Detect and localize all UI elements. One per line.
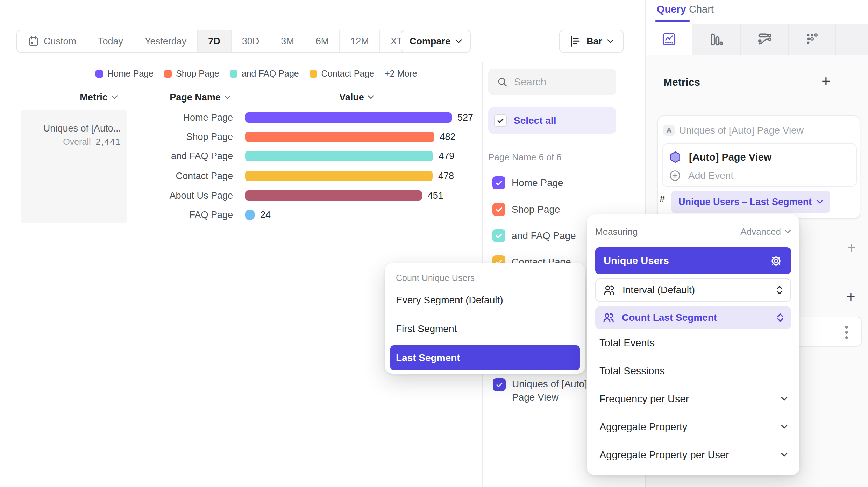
chart-type-tab-bar[interactable] (692, 24, 740, 55)
kebab-menu-icon[interactable]: ••• (845, 324, 848, 340)
date-preset-12m[interactable]: 12M (340, 30, 380, 52)
chevron-down-icon (455, 39, 462, 43)
chevron-down-icon (224, 95, 231, 99)
chart-type-tab-line[interactable] (646, 24, 692, 55)
date-preset-label: 7D (208, 36, 220, 47)
measuring-title: Measuring (595, 226, 638, 237)
divider (488, 140, 616, 140)
bar-value-label: 478 (438, 171, 454, 181)
add-event-label: Add Event (688, 170, 733, 181)
filter-item-and-faq-page[interactable]: and FAQ Page (492, 229, 576, 242)
metrics-section-title: Metrics (663, 76, 700, 88)
legend-more[interactable]: +2 More (385, 69, 417, 79)
add-filter-button[interactable]: + (847, 241, 856, 255)
chart-type-tab-retention[interactable] (788, 24, 835, 55)
legend-item[interactable]: Shop Page (164, 69, 219, 79)
date-preset-custom[interactable]: Custom (17, 30, 87, 52)
bar[interactable] (245, 171, 433, 181)
column-header-value[interactable]: Value (318, 91, 395, 104)
add-breakdown-button[interactable]: + (846, 290, 855, 304)
filter-item-uniques-metric[interactable]: Uniques of [Auto] Page View (493, 378, 603, 404)
column-header-metric[interactable]: Metric (59, 91, 138, 104)
filter-item-label: Home Page (512, 176, 563, 189)
bar[interactable] (245, 190, 422, 201)
compare-button[interactable]: Compare (401, 30, 471, 53)
add-event-row[interactable]: Add Event (669, 169, 733, 182)
interval-label: Interval (Default) (622, 284, 695, 296)
count-last-segment-row[interactable]: Count Last Segment (595, 306, 791, 329)
bar-chart-icon (709, 31, 724, 47)
legend-swatch (310, 70, 317, 78)
interval-option-row[interactable]: Interval (Default) (595, 278, 791, 302)
search-input[interactable]: Search (488, 69, 616, 95)
legend-label: Shop Page (176, 69, 219, 79)
legend-item[interactable]: Home Page (95, 69, 154, 79)
menu-item-last-segment[interactable]: Last Segment (390, 345, 580, 370)
date-preset-7d[interactable]: 7D (198, 30, 232, 52)
chart-type-tab-more[interactable] (835, 24, 868, 55)
flow-chart-icon (757, 31, 772, 47)
option-label: Frequency per User (599, 393, 689, 405)
select-all-checkbox[interactable]: Select all (488, 107, 616, 134)
legend-swatch (230, 70, 237, 78)
aggregation-label: Unique Users – Last Segment (678, 197, 812, 207)
filter-item-shop-page[interactable]: Shop Page (492, 203, 560, 216)
metric-overall: Overall2,441 (21, 137, 121, 147)
line-chart-icon (661, 31, 677, 47)
chart-type-strip (646, 24, 868, 55)
chevron-down-icon (781, 453, 788, 457)
gear-icon[interactable] (769, 254, 783, 268)
option-label: Total Events (599, 337, 655, 349)
circle-plus-icon (669, 169, 681, 182)
event-row[interactable]: [Auto] Page View (669, 150, 771, 164)
event-name: [Auto] Page View (689, 151, 771, 163)
bar[interactable] (245, 112, 452, 123)
measure-option-aggregate-property-per-user[interactable]: Aggregate Property per User (595, 441, 791, 469)
date-preset-yesterday[interactable]: Yesterday (134, 30, 198, 52)
column-label: Page Name (170, 92, 221, 103)
overall-label: Overall (63, 137, 91, 147)
menu-item-every-segment[interactable]: Every Segment (Default) (390, 288, 580, 312)
legend-label: Home Page (107, 69, 154, 79)
bar[interactable] (245, 210, 255, 220)
bar-category-label: and FAQ Page (121, 151, 233, 161)
event-card: [Auto] Page View Add Event (662, 143, 857, 187)
bar[interactable] (245, 151, 433, 161)
measure-unique-users-selected[interactable]: Unique Users (595, 247, 791, 274)
stepper-icon[interactable] (776, 312, 784, 323)
aggregation-dropdown[interactable]: Unique Users – Last Segment (671, 191, 830, 213)
event-hexagon-icon (669, 150, 682, 164)
advanced-dropdown[interactable]: Advanced (740, 226, 791, 237)
add-metric-button[interactable]: + (821, 74, 831, 88)
metric-name: Uniques of [Auto... (21, 122, 121, 135)
measure-option-aggregate-property[interactable]: Aggregate Property (595, 413, 791, 441)
option-label: Aggregate Property per User (599, 449, 729, 461)
filter-item-label: Shop Page (512, 203, 560, 216)
chart-type-tab-flow[interactable] (740, 24, 788, 55)
legend-swatch (164, 70, 172, 78)
metric-card[interactable]: A Uniques of [Auto] Page View [Auto] Pag… (657, 115, 860, 219)
chart-type-button[interactable]: Bar (559, 30, 624, 53)
stepper-icon[interactable] (776, 285, 783, 295)
chevron-down-icon (781, 425, 788, 429)
checkbox-icon (492, 176, 505, 189)
date-preset-6m[interactable]: 6M (305, 30, 340, 52)
date-preset-today[interactable]: Today (87, 30, 134, 52)
date-preset-3m[interactable]: 3M (270, 30, 305, 52)
bar[interactable] (245, 132, 434, 142)
bar-value-label: 451 (428, 190, 443, 201)
measure-option-frequency-per-user[interactable]: Frequency per User (595, 385, 791, 413)
filter-item-label: and FAQ Page (512, 229, 576, 242)
measure-option-total-events[interactable]: Total Events (595, 329, 791, 357)
measure-option-total-sessions[interactable]: Total Sessions (595, 357, 791, 385)
metric-summary-cell[interactable]: Uniques of [Auto... Overall2,441 (21, 110, 127, 223)
bar-value-label: 479 (439, 151, 454, 161)
legend-item[interactable]: and FAQ Page (230, 69, 299, 79)
column-header-page-name[interactable]: Page Name (159, 91, 241, 104)
filter-item-home-page[interactable]: Home Page (492, 176, 563, 189)
date-preset-30d[interactable]: 30D (232, 30, 271, 52)
legend-item[interactable]: Contact Page (310, 69, 375, 79)
tab-chart[interactable]: Chart (689, 3, 714, 15)
menu-item-first-segment[interactable]: First Segment (390, 317, 580, 341)
tab-query[interactable]: Query (657, 3, 686, 15)
